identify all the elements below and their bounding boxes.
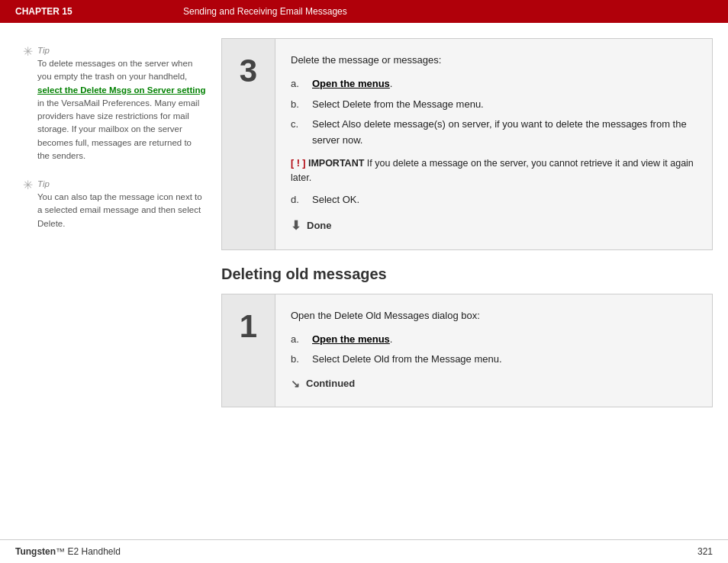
step-1a: a. Open the menus.: [291, 332, 697, 348]
important-block: [ ! ] IMPORTANT If you delete a message …: [291, 156, 697, 185]
step-1-body: Open the Delete Old Messages dialog box:…: [275, 294, 712, 407]
important-bracket: [ ! ]: [291, 158, 305, 169]
step-1-intro: Open the Delete Old Messages dialog box:: [291, 308, 697, 324]
model: E2: [65, 546, 79, 557]
step-1b-text: Select Delete Old from the Message menu.: [312, 352, 697, 368]
tip-2-asterisk: ✳: [23, 179, 33, 230]
step-3-body: Delete the message or messages: a. Open …: [275, 39, 712, 249]
tip-1-asterisk: ✳: [23, 46, 33, 162]
tip-1: ✳ Tip To delete messages on the server w…: [23, 46, 206, 162]
step-3b-label: b.: [291, 97, 306, 113]
step-3-number: 3: [222, 39, 275, 249]
page-number: 321: [697, 546, 713, 557]
trademark: ™: [56, 546, 65, 557]
step-3a-text: Open the menus.: [312, 76, 697, 92]
page-header: CHAPTER 15 Sending and Receiving Email M…: [0, 0, 728, 23]
continued-icon: ↘: [291, 375, 300, 392]
done-label: Done: [307, 218, 332, 234]
step-3a: a. Open the menus.: [291, 76, 697, 92]
step-1a-text: Open the menus.: [312, 332, 697, 348]
step-1a-label: a.: [291, 332, 306, 348]
tip-2-content: Tip You can also tap the message icon ne…: [37, 179, 206, 230]
footer-brand: Tungsten™ E2 Handheld: [15, 546, 121, 557]
step-3c-label: c.: [291, 117, 306, 149]
continued-label: Continued: [306, 376, 355, 392]
step-3a-label: a.: [291, 76, 306, 92]
step-1-box: 1 Open the Delete Old Messages dialog bo…: [221, 294, 713, 407]
step-1a-link[interactable]: Open the menus: [312, 333, 390, 345]
handheld-label: Handheld: [79, 546, 121, 557]
done-icon: ⬇: [291, 216, 301, 236]
step-3b-text: Select Delete from the Message menu.: [312, 97, 697, 113]
step-3d-text: Select OK.: [312, 192, 697, 208]
tip-1-content: Tip To delete messages on the server whe…: [37, 46, 206, 162]
step-3b: b. Select Delete from the Message menu.: [291, 97, 697, 113]
step-3a-link[interactable]: Open the menus: [312, 78, 390, 89]
step-1b-label: b.: [291, 352, 306, 368]
chapter-title: Sending and Receiving Email Messages: [183, 6, 347, 17]
step-3-box: 3 Delete the message or messages: a. Ope…: [221, 38, 713, 250]
tip-2-label: Tip: [37, 179, 206, 188]
step-3d-label: d.: [291, 192, 306, 208]
page-footer: Tungsten™ E2 Handheld 321: [0, 539, 728, 563]
tip-2-text: You can also tap the message icon next t…: [37, 191, 206, 230]
tip-2: ✳ Tip You can also tap the message icon …: [23, 179, 206, 230]
section-heading: Deleting old messages: [221, 265, 713, 283]
step-3c: c. Select Also delete message(s) on serv…: [291, 117, 697, 149]
done-row: ⬇ Done: [291, 216, 697, 236]
step-3d: d. Select OK.: [291, 192, 697, 208]
tip-1-label: Tip: [37, 46, 206, 55]
chapter-label: CHAPTER 15: [15, 6, 183, 17]
step-3c-text: Select Also delete message(s) on server,…: [312, 117, 697, 149]
tip-1-text: To delete messages on the server when yo…: [37, 57, 206, 162]
continued-row: ↘ Continued: [291, 375, 697, 392]
main-content: ✳ Tip To delete messages on the server w…: [0, 23, 728, 438]
important-label: IMPORTANT: [308, 158, 364, 169]
step-1-number: 1: [222, 294, 275, 407]
step-1b: b. Select Delete Old from the Message me…: [291, 352, 697, 368]
tip-1-link[interactable]: select the Delete Msgs on Server setting: [37, 85, 206, 95]
content-area: 3 Delete the message or messages: a. Ope…: [221, 38, 713, 423]
sidebar: ✳ Tip To delete messages on the server w…: [15, 38, 221, 423]
step-3-intro: Delete the message or messages:: [291, 53, 697, 69]
brand-name: Tungsten: [15, 546, 56, 557]
